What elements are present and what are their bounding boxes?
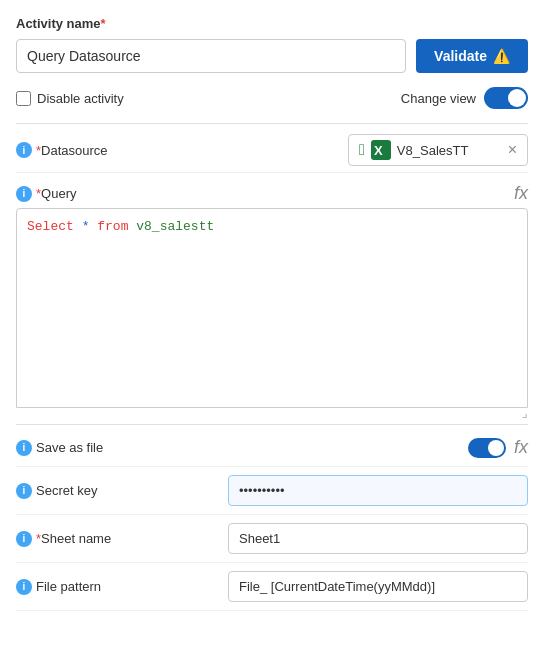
query-star: *	[82, 219, 98, 234]
change-view-code-icon: <>	[512, 93, 524, 104]
datasource-close-icon[interactable]: ×	[508, 141, 517, 159]
activity-name-required: *	[101, 16, 106, 31]
query-keyword-select: Select	[27, 219, 74, 234]
query-resize-handle: ⌟	[16, 406, 528, 420]
save-as-file-slider	[468, 438, 506, 458]
disable-activity-checkbox-row[interactable]: Disable activity	[16, 91, 124, 106]
datasource-label: Datasource	[41, 143, 107, 158]
validate-button[interactable]: Validate ⚠️	[416, 39, 528, 73]
excel-icon-svg: X	[371, 140, 391, 160]
activity-name-label: Activity name	[16, 16, 101, 31]
save-as-file-label: Save as file	[36, 440, 103, 455]
save-as-file-fx-button[interactable]: fx	[514, 437, 528, 458]
change-view-toggle[interactable]: <>	[484, 87, 528, 109]
query-info-icon: i	[16, 186, 32, 202]
save-as-file-toggle[interactable]	[468, 438, 506, 458]
sheet-name-label: Sheet name	[41, 531, 111, 546]
datasource-value-text: V8_SalesTT	[397, 143, 469, 158]
save-as-file-info-icon: i	[16, 440, 32, 456]
activity-name-input[interactable]	[16, 39, 406, 73]
secret-key-label: Secret key	[36, 483, 97, 498]
validate-warn-icon: ⚠️	[493, 48, 510, 64]
file-pattern-input[interactable]	[228, 571, 528, 602]
query-fx-button[interactable]: fx	[514, 183, 528, 204]
disable-activity-checkbox[interactable]	[16, 91, 31, 106]
secret-key-info-icon: i	[16, 483, 32, 499]
query-code-box[interactable]: Select * from v8_salestt	[16, 208, 528, 408]
query-keyword-from: from	[97, 219, 128, 234]
sheet-name-input[interactable]	[228, 523, 528, 554]
query-label: Query	[41, 186, 76, 201]
change-view-label: Change view	[401, 91, 476, 106]
sheet-name-info-icon: i	[16, 531, 32, 547]
excel-icon: 	[359, 141, 365, 159]
file-pattern-label: File pattern	[36, 579, 101, 594]
secret-key-input[interactable]	[228, 475, 528, 506]
change-view-slider: <>	[484, 87, 528, 109]
svg-text:X: X	[374, 143, 383, 158]
disable-activity-label: Disable activity	[37, 91, 124, 106]
file-pattern-info-icon: i	[16, 579, 32, 595]
datasource-value-box[interactable]:  X V8_SalesTT ×	[348, 134, 528, 166]
datasource-info-icon: i	[16, 142, 32, 158]
query-table-name: v8_salestt	[136, 219, 214, 234]
validate-label: Validate	[434, 48, 487, 64]
